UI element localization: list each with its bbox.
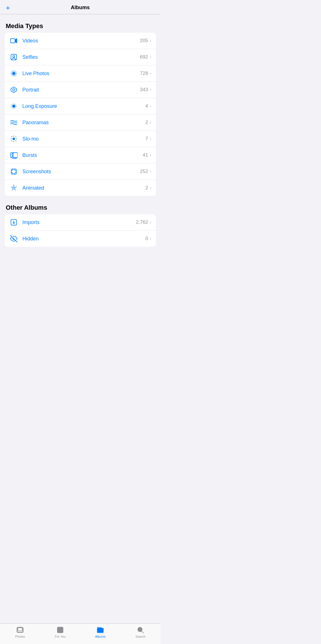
page-title: Albums: [71, 5, 90, 11]
live-photos-count: 728: [140, 71, 148, 76]
list-item-panoramas[interactable]: Panoramas 2 ›: [5, 114, 156, 131]
selfie-icon: [9, 52, 18, 62]
list-item-live-photos[interactable]: Live Photos 728 ›: [5, 65, 156, 82]
selfies-chevron: ›: [150, 55, 151, 60]
svg-rect-22: [13, 153, 17, 157]
long-exposure-icon: [9, 102, 18, 111]
portrait-label: Portrait: [22, 87, 140, 93]
svg-point-3: [13, 56, 15, 58]
live-photos-chevron: ›: [150, 71, 151, 76]
other-albums-header: Other Albums: [0, 204, 160, 214]
svg-point-19: [13, 138, 15, 140]
slomo-label: Slo-mo: [22, 136, 145, 142]
svg-point-4: [13, 72, 15, 75]
header: + Albums: [0, 0, 160, 14]
imports-count: 2,762: [136, 219, 148, 225]
svg-marker-1: [15, 38, 17, 43]
portrait-icon: [9, 85, 18, 94]
other-albums-list: Imports 2,762 › Hidden 0 ›: [5, 214, 156, 247]
screenshots-chevron: ›: [150, 169, 151, 174]
animated-chevron: ›: [150, 185, 151, 190]
list-item-hidden[interactable]: Hidden 0 ›: [5, 231, 156, 247]
svg-point-7: [13, 89, 15, 91]
media-types-section: Media Types Videos 205 ›: [0, 22, 160, 196]
list-item-animated[interactable]: Animated 2 ›: [5, 180, 156, 196]
videos-count: 205: [140, 38, 148, 44]
list-item-imports[interactable]: Imports 2,762 ›: [5, 214, 156, 231]
panoramas-count: 2: [145, 120, 148, 125]
imports-icon: [9, 218, 18, 227]
screenshots-label: Screenshots: [22, 169, 140, 175]
hidden-count: 0: [145, 236, 148, 242]
portrait-count: 343: [140, 87, 148, 93]
live-photos-label: Live Photos: [22, 71, 140, 77]
screenshots-icon: [9, 167, 18, 176]
list-item-portrait[interactable]: Portrait 343 ›: [5, 82, 156, 98]
slomo-chevron: ›: [150, 136, 151, 141]
bursts-icon: [9, 151, 18, 160]
list-item-screenshots[interactable]: Screenshots 252 ›: [5, 164, 156, 180]
animated-count: 2: [145, 185, 148, 191]
animated-label: Animated: [22, 185, 145, 191]
svg-point-8: [13, 105, 15, 108]
add-album-button[interactable]: +: [6, 4, 10, 11]
screenshots-count: 252: [140, 169, 148, 174]
media-types-list: Videos 205 › Selfies 692 ›: [5, 33, 156, 196]
slomo-count: 7: [145, 136, 148, 142]
videos-chevron: ›: [150, 38, 151, 43]
bursts-count: 41: [143, 152, 148, 158]
svg-line-18: [15, 137, 16, 137]
long-exposure-chevron: ›: [150, 104, 151, 109]
list-item-slomo[interactable]: Slo-mo 7 ›: [5, 131, 156, 147]
imports-label: Imports: [22, 219, 136, 225]
panoramas-chevron: ›: [150, 120, 151, 125]
list-item-bursts[interactable]: Bursts 41 ›: [5, 147, 156, 164]
live-photos-icon: [9, 69, 18, 78]
long-exposure-label: Long Exposure: [22, 103, 145, 109]
video-icon: [9, 36, 18, 45]
media-types-header: Media Types: [0, 22, 160, 33]
svg-rect-0: [11, 38, 15, 43]
other-albums-section: Other Albums Imports 2,762 ›: [0, 204, 160, 247]
portrait-chevron: ›: [150, 87, 151, 92]
panoramas-icon: [9, 118, 18, 127]
svg-line-14: [15, 141, 16, 141]
selfies-label: Selfies: [22, 54, 140, 60]
bursts-label: Bursts: [22, 152, 143, 158]
page-content: Media Types Videos 205 ›: [0, 22, 160, 275]
list-item-selfies[interactable]: Selfies 692 ›: [5, 49, 156, 65]
imports-chevron: ›: [150, 220, 151, 225]
svg-line-13: [11, 137, 12, 137]
animated-icon: [9, 183, 18, 192]
svg-line-17: [11, 141, 12, 141]
slomo-icon: [9, 134, 18, 143]
videos-label: Videos: [22, 38, 140, 44]
svg-rect-23: [11, 169, 16, 174]
selfies-count: 692: [140, 54, 148, 60]
hidden-icon: [9, 234, 18, 243]
panoramas-label: Panoramas: [22, 120, 145, 126]
list-item-long-exposure[interactable]: Long Exposure 4 ›: [5, 98, 156, 114]
bursts-chevron: ›: [150, 153, 151, 158]
hidden-chevron: ›: [150, 236, 151, 241]
list-item-videos[interactable]: Videos 205 ›: [5, 33, 156, 49]
hidden-label: Hidden: [22, 236, 145, 242]
long-exposure-count: 4: [145, 103, 148, 109]
